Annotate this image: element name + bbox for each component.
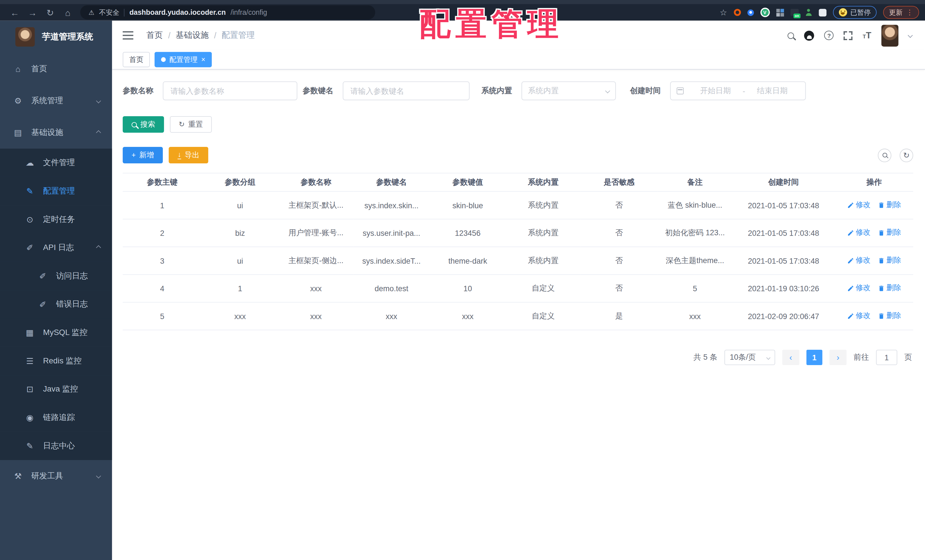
help-icon[interactable]: ?	[824, 31, 834, 40]
sidebar-item-api-log[interactable]: ✐API 日志	[0, 233, 112, 262]
trash-icon	[878, 285, 885, 292]
date-range-picker[interactable]: 开始日期 - 结束日期	[670, 81, 806, 100]
edit-link[interactable]: 修改	[847, 200, 871, 210]
edit-link[interactable]: 修改	[847, 228, 871, 238]
laughing-emoji-icon	[839, 8, 847, 17]
reset-button[interactable]: ↻ 重置	[170, 116, 212, 133]
update-label: 更新	[889, 8, 902, 17]
table-cell: 2021-01-05 17:03:48	[732, 191, 835, 219]
column-header: 参数主键	[123, 173, 202, 191]
edit-link[interactable]: 修改	[847, 256, 871, 265]
sidebar-item-job[interactable]: ⊙定时任务	[0, 205, 112, 233]
edit-link[interactable]: 修改	[847, 283, 871, 293]
sidebar-item-java[interactable]: ⊡Java 监控	[0, 375, 112, 403]
avatar[interactable]	[881, 24, 898, 46]
param-name-input[interactable]	[163, 81, 297, 100]
refresh-icon: ↻	[903, 151, 910, 159]
table-cell-actions: 修改删除	[835, 302, 913, 330]
reset-button-label: 重置	[188, 119, 203, 129]
delete-link[interactable]: 删除	[878, 200, 901, 210]
delete-link[interactable]: 删除	[878, 256, 901, 265]
paused-pill-button[interactable]: 已暂停	[833, 6, 877, 19]
sidebar-item-log-center[interactable]: ✎日志中心	[0, 432, 112, 460]
chart-icon: ▦	[25, 328, 35, 337]
breadcrumb-infra[interactable]: 基础设施	[176, 30, 209, 41]
chevron-down-icon[interactable]	[908, 33, 913, 38]
content: 参数名称 参数键名 系统内置 系统内置 创建时间 开始日期 - 结束日期	[112, 69, 925, 560]
tab-首页[interactable]: 首页	[123, 52, 150, 67]
sidebar-item-dev-tools[interactable]: ⚒研发工具	[0, 460, 112, 492]
search-icon[interactable]	[788, 32, 794, 39]
blue-pin-extension-icon[interactable]	[747, 9, 754, 16]
next-page-button[interactable]: ›	[830, 350, 847, 365]
table-cell: 是	[580, 302, 658, 330]
param-key-input[interactable]	[343, 81, 470, 100]
search-button[interactable]: 搜索	[123, 116, 164, 133]
search-button-label: 搜索	[140, 119, 155, 129]
table-cell: xxx	[279, 274, 354, 302]
page: 配置管理 ← → ↻ ⌂ ⚠ 不安全 dashboard.yudao.iocod…	[0, 0, 925, 560]
tab-配置管理[interactable]: 配置管理×	[155, 52, 212, 67]
orange-ring-extension-icon[interactable]	[734, 9, 741, 16]
sidebar-item-home[interactable]: ⌂首页	[0, 53, 112, 85]
sidebar-item-trace[interactable]: ◉链路追踪	[0, 403, 112, 432]
bookmark-star-icon[interactable]: ☆	[720, 8, 727, 17]
table-cell: 系统内置	[506, 219, 580, 247]
vue-devtools-extension-icon[interactable]: V	[760, 8, 770, 17]
sidebar-item-error-log[interactable]: ✐错误日志	[0, 290, 112, 319]
browser-menu-icon[interactable]: ⋮	[906, 8, 913, 17]
puzzle-extension-icon[interactable]	[818, 9, 826, 16]
sidebar-item-redis[interactable]: ☰Redis 监控	[0, 347, 112, 375]
page-size-select[interactable]: 10条/页	[725, 350, 775, 365]
sidebar-item-infra[interactable]: ▤基础设施	[0, 117, 112, 149]
edit-icon: ✎	[25, 187, 35, 196]
table-row: 3ui主框架页-侧边...sys.index.sideT...theme-dar…	[123, 247, 913, 275]
delete-link[interactable]: 删除	[878, 228, 901, 238]
fullscreen-icon[interactable]	[844, 31, 853, 40]
screen-on-extension-icon[interactable]	[790, 9, 798, 16]
toggle-search-button[interactable]	[878, 148, 892, 162]
active-dot-icon	[161, 57, 166, 62]
grid-extension-icon[interactable]	[776, 9, 784, 16]
home-icon[interactable]: ⌂	[59, 8, 77, 17]
close-icon[interactable]: ×	[201, 56, 205, 63]
browser-update-button[interactable]: 更新 ⋮	[883, 6, 919, 19]
table-cell: 1	[123, 191, 202, 219]
app-title: 芋道管理系统	[42, 31, 93, 42]
edit-link[interactable]: 修改	[847, 311, 871, 321]
back-icon[interactable]: ←	[6, 8, 24, 17]
hamburger-icon[interactable]	[123, 31, 133, 39]
table-cell: 2021-01-05 17:03:48	[732, 219, 835, 247]
person-extension-icon[interactable]	[805, 9, 812, 16]
delete-link[interactable]: 删除	[878, 283, 901, 293]
sidebar-logo-row[interactable]: 芋道管理系统	[0, 21, 112, 53]
breadcrumb-separator: /	[214, 31, 216, 40]
github-icon[interactable]	[804, 30, 814, 40]
delete-link[interactable]: 删除	[878, 311, 901, 321]
add-button[interactable]: + 新增	[123, 147, 163, 163]
table-row: 1ui主框架页-默认...sys.index.skin...skin-blue系…	[123, 191, 913, 219]
prev-page-button[interactable]: ‹	[782, 350, 799, 365]
table-cell-actions: 修改删除	[835, 247, 913, 275]
table-cell-actions: 修改删除	[835, 219, 913, 247]
chevron-down-icon	[767, 355, 771, 360]
sidebar-item-access-log[interactable]: ✐访问日志	[0, 262, 112, 291]
export-button[interactable]: ↓ 导出	[169, 147, 208, 163]
sidebar-item-mysql[interactable]: ▦MySQL 监控	[0, 319, 112, 347]
address-bar[interactable]: ⚠ 不安全 dashboard.yudao.iocoder.cn/infra/c…	[80, 5, 375, 20]
builtin-select[interactable]: 系统内置	[521, 81, 616, 100]
sidebar-item-label: 系统管理	[31, 95, 63, 106]
breadcrumb-home[interactable]: 首页	[146, 30, 163, 41]
goto-page-input[interactable]	[876, 350, 898, 365]
current-page-button[interactable]: 1	[806, 350, 823, 365]
font-size-icon[interactable]: TT	[863, 31, 871, 40]
monitor-icon: ▤	[13, 128, 23, 137]
table-cell: 3	[123, 247, 202, 275]
sidebar-item-label: API 日志	[43, 242, 74, 253]
sidebar-item-config[interactable]: ✎配置管理	[0, 177, 112, 205]
sidebar-item-file[interactable]: ☁文件管理	[0, 149, 112, 177]
reload-icon[interactable]: ↻	[41, 8, 59, 17]
refresh-table-button[interactable]: ↻	[900, 148, 913, 162]
forward-icon[interactable]: →	[24, 8, 41, 17]
sidebar-item-system[interactable]: ⚙系统管理	[0, 85, 112, 117]
